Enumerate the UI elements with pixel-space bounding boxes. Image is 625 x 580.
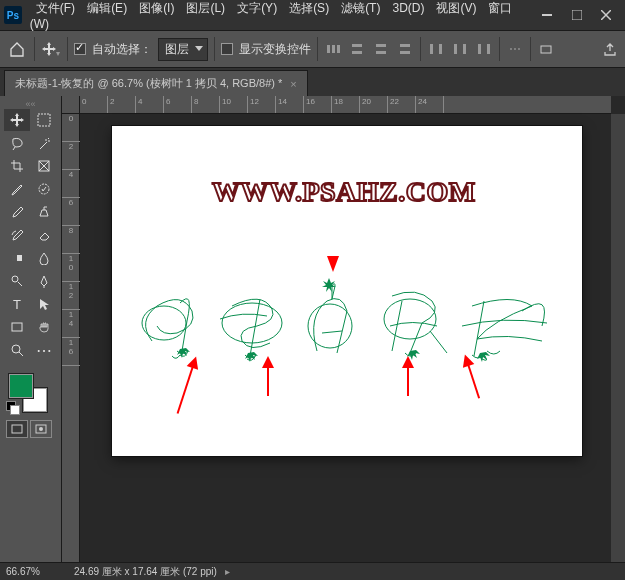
zoom-tool[interactable] xyxy=(4,339,30,361)
mode-icon[interactable] xyxy=(537,40,555,58)
options-bar: ▾ 自动选择： 图层 显示变换控件 ⋯ xyxy=(0,30,625,68)
svg-rect-20 xyxy=(38,114,50,126)
type-tool[interactable]: T xyxy=(4,293,30,315)
menu-item[interactable]: 文件(F) xyxy=(30,1,81,15)
svg-rect-12 xyxy=(400,51,410,54)
standard-mode-icon[interactable] xyxy=(6,420,28,438)
eraser-tool[interactable] xyxy=(31,224,57,246)
svg-point-36 xyxy=(142,306,186,340)
menu-item[interactable]: 编辑(E) xyxy=(81,1,133,15)
lasso-tool[interactable] xyxy=(4,132,30,154)
svg-rect-0 xyxy=(542,14,552,16)
svg-rect-7 xyxy=(352,44,362,47)
svg-rect-13 xyxy=(430,44,433,54)
show-transform-checkbox[interactable] xyxy=(221,43,233,55)
svg-line-23 xyxy=(39,161,49,171)
eyedropper-tool[interactable] xyxy=(4,178,30,200)
minimize-button[interactable] xyxy=(532,3,562,27)
info-chevron-icon[interactable]: ▸ xyxy=(225,566,230,577)
color-swatch[interactable] xyxy=(8,373,48,413)
app-icon: Ps xyxy=(4,6,22,24)
script-text xyxy=(132,271,562,391)
move-tool-icon[interactable]: ▾ xyxy=(41,39,61,59)
arrow-down-icon xyxy=(327,256,339,272)
move-tool[interactable] xyxy=(4,109,30,131)
svg-line-22 xyxy=(39,161,49,171)
svg-line-28 xyxy=(18,282,22,286)
menu-item[interactable]: 图像(I) xyxy=(133,1,180,15)
auto-select-dropdown[interactable]: 图层 xyxy=(158,38,208,61)
svg-text:T: T xyxy=(13,297,21,311)
document-canvas[interactable]: WWW.PSAHZ.COM xyxy=(112,126,582,456)
svg-point-31 xyxy=(12,345,20,353)
svg-line-3 xyxy=(601,10,611,20)
history-brush-tool[interactable] xyxy=(4,224,30,246)
svg-rect-30 xyxy=(12,323,22,331)
svg-line-32 xyxy=(19,352,23,356)
titlebar: Ps 文件(F)编辑(E)图像(I)图层(L)文字(Y)选择(S)滤镜(T)3D… xyxy=(0,0,625,30)
svg-rect-8 xyxy=(352,51,362,54)
healing-tool[interactable] xyxy=(31,178,57,200)
zoom-level[interactable]: 66.67% xyxy=(6,566,66,577)
menu-item[interactable]: 视图(V) xyxy=(430,1,482,15)
align-icon-2[interactable] xyxy=(348,40,366,58)
align-icon-3[interactable] xyxy=(372,40,390,58)
path-select-tool[interactable] xyxy=(31,293,57,315)
status-bar: 66.67% 24.69 厘米 x 17.64 厘米 (72 ppi) ▸ xyxy=(0,562,625,580)
panel-handle-icon[interactable]: «« xyxy=(4,100,57,108)
ruler-corner[interactable] xyxy=(62,96,80,114)
svg-point-37 xyxy=(222,303,282,343)
dist-icon-1[interactable] xyxy=(427,40,445,58)
edit-toolbar-icon[interactable]: ⋯ xyxy=(31,339,57,361)
gradient-tool[interactable] xyxy=(4,247,30,269)
close-button[interactable] xyxy=(591,3,621,27)
pen-tool[interactable] xyxy=(31,270,57,292)
more-icon[interactable]: ⋯ xyxy=(506,40,524,58)
home-icon[interactable] xyxy=(6,38,28,60)
ruler-horizontal[interactable]: 024681012141618202224 xyxy=(80,96,611,114)
svg-point-27 xyxy=(12,276,18,282)
vertical-scrollbar[interactable] xyxy=(611,114,625,562)
svg-rect-18 xyxy=(487,44,490,54)
align-icon-4[interactable] xyxy=(396,40,414,58)
menu-item[interactable]: 文字(Y) xyxy=(231,1,283,15)
menu-item[interactable]: 滤镜(T) xyxy=(335,1,386,15)
menu-item[interactable]: 3D(D) xyxy=(386,1,430,15)
svg-rect-1 xyxy=(572,10,582,20)
svg-rect-4 xyxy=(327,45,330,53)
svg-point-24 xyxy=(39,184,49,194)
auto-select-label: 自动选择： xyxy=(92,41,152,58)
rectangle-tool[interactable] xyxy=(4,316,30,338)
hand-tool[interactable] xyxy=(31,316,57,338)
svg-rect-16 xyxy=(463,44,466,54)
ruler-vertical[interactable]: 0246810121416 xyxy=(62,114,80,562)
brush-tool[interactable] xyxy=(4,201,30,223)
align-icon-1[interactable] xyxy=(324,40,342,58)
svg-rect-15 xyxy=(454,44,457,54)
auto-select-checkbox[interactable] xyxy=(74,43,86,55)
clone-stamp-tool[interactable] xyxy=(31,201,57,223)
default-colors-icon[interactable] xyxy=(6,401,20,415)
foreground-color[interactable] xyxy=(8,373,34,399)
crop-tool[interactable] xyxy=(4,155,30,177)
dist-icon-3[interactable] xyxy=(475,40,493,58)
document-info[interactable]: 24.69 厘米 x 17.64 厘米 (72 ppi) xyxy=(74,565,217,579)
magic-wand-tool[interactable] xyxy=(31,132,57,154)
tab-close-icon[interactable]: × xyxy=(290,78,296,90)
share-icon[interactable] xyxy=(601,40,619,58)
dist-icon-2[interactable] xyxy=(451,40,469,58)
quickmask-mode-icon[interactable] xyxy=(30,420,52,438)
document-tab[interactable]: 未标题-1-恢复的 @ 66.7% (桉树叶 1 拷贝 4, RGB/8#) *… xyxy=(4,70,308,96)
marquee-tool[interactable] xyxy=(31,109,57,131)
menu-item[interactable]: 选择(S) xyxy=(283,1,335,15)
frame-tool[interactable] xyxy=(31,155,57,177)
svg-rect-26 xyxy=(12,255,17,261)
arrow-up-3-icon xyxy=(407,366,409,396)
tool-panel: «« T ⋯ xyxy=(0,96,62,562)
maximize-button[interactable] xyxy=(562,3,592,27)
blur-tool[interactable] xyxy=(31,247,57,269)
menu-item[interactable]: 图层(L) xyxy=(180,1,231,15)
arrow-up-2-icon xyxy=(267,366,269,396)
svg-rect-11 xyxy=(400,44,410,47)
dodge-tool[interactable] xyxy=(4,270,30,292)
